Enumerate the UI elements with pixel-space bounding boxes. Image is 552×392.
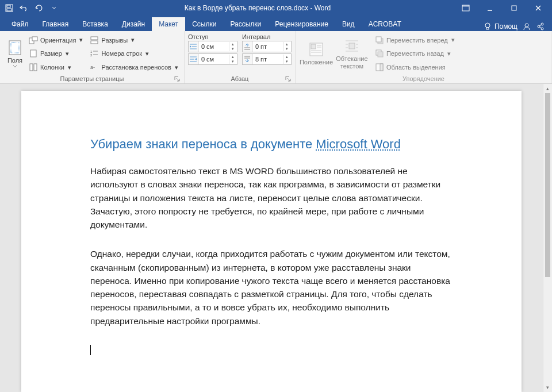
spacing-before-icon (243, 41, 253, 52)
svg-rect-42 (311, 44, 316, 49)
send-backward-button[interactable]: Переместить назад ▾ (373, 47, 457, 60)
indent-right-value: 0 см (199, 56, 229, 63)
undo-button[interactable] (17, 1, 31, 15)
close-button[interactable] (527, 1, 550, 15)
breaks-button[interactable]: Разрывы ▾ (87, 34, 180, 47)
scroll-down-button[interactable]: ▾ (543, 383, 552, 392)
scroll-thumb[interactable] (545, 93, 550, 277)
columns-icon (29, 63, 38, 72)
spacing-header: Интервал (242, 33, 292, 40)
indent-right-icon (189, 54, 199, 64)
help-label: Помощ (494, 22, 518, 30)
selection-pane-icon (375, 63, 384, 72)
text-cursor (90, 345, 91, 355)
svg-point-9 (485, 23, 490, 28)
document-paragraph-2: Однако, нередки случаи, когда приходится… (90, 247, 453, 328)
svg-rect-22 (30, 64, 33, 71)
svg-rect-55 (376, 37, 381, 42)
bring-forward-icon (375, 36, 384, 45)
line-numbers-button[interactable]: 12 Номера строк ▾ (87, 47, 180, 60)
svg-rect-4 (462, 5, 469, 7)
quick-access-toolbar (2, 1, 61, 15)
indent-left-value: 0 см (199, 43, 229, 50)
hyphenation-icon: a- (90, 63, 99, 72)
scroll-up-button[interactable]: ▴ (543, 84, 552, 93)
tab-file[interactable]: Файл (5, 17, 36, 31)
indent-right-input[interactable]: 0 см ▴▾ (188, 53, 237, 65)
line-numbers-label: Номера строк (101, 50, 142, 57)
heading-text: Убираем знаки переноса в документе (90, 137, 316, 151)
document-heading: Убираем знаки переноса в документе Micro… (90, 137, 453, 152)
group-label-arrange: Упорядочение (402, 75, 444, 82)
cursor-line (90, 344, 453, 357)
share-icon[interactable] (536, 22, 545, 31)
selection-pane-label: Область выделения (386, 64, 446, 71)
line-numbers-icon: 12 (90, 49, 99, 58)
document-paragraph-1: Набирая самостоятельно текст в MS WORD б… (90, 164, 453, 231)
redo-button[interactable] (32, 1, 46, 15)
lightbulb-icon (483, 22, 492, 31)
position-label: Положение (300, 59, 333, 66)
ribbon-display-options-button[interactable] (454, 1, 477, 15)
spacing-before-input[interactable]: 0 пт ▴▾ (242, 41, 292, 52)
position-button[interactable]: Положение (299, 33, 334, 74)
svg-rect-25 (91, 41, 98, 44)
wrap-text-button[interactable]: Обтекание текстом (334, 33, 370, 74)
group-arrange: Положение Обтекание текстом Переместить … (296, 31, 552, 83)
send-backward-label: Переместить назад (386, 50, 444, 57)
title-bar: Как в Ворде убрать перенос слов.docx - W… (0, 0, 552, 16)
svg-line-15 (540, 25, 542, 26)
svg-rect-20 (32, 37, 37, 41)
minimize-button[interactable] (478, 1, 501, 15)
send-backward-icon (375, 49, 384, 58)
orientation-button[interactable]: Ориентация ▾ (26, 34, 85, 47)
bring-forward-button[interactable]: Переместить вперед ▾ (373, 34, 457, 47)
tab-view[interactable]: Вид (335, 17, 362, 31)
document-page[interactable]: Убираем знаки переноса в документе Micro… (21, 91, 522, 392)
columns-button[interactable]: Колонки ▾ (26, 61, 85, 74)
save-button[interactable] (2, 1, 16, 15)
spacing-after-input[interactable]: 8 пт ▴▾ (242, 53, 292, 65)
svg-rect-57 (378, 52, 383, 57)
account-icon[interactable] (522, 22, 531, 31)
svg-point-11 (525, 24, 528, 27)
breaks-label: Разрывы (101, 37, 128, 44)
tab-references[interactable]: Ссылки (185, 17, 223, 31)
orientation-icon (29, 36, 38, 45)
ribbon: Поля Ориентация ▾ Размер ▾ Колонки ▾ (0, 31, 552, 84)
svg-rect-23 (34, 64, 37, 71)
spacing-after-icon (243, 54, 253, 64)
orientation-label: Ориентация (40, 37, 76, 44)
size-button[interactable]: Размер ▾ (26, 47, 85, 60)
indent-left-icon (189, 41, 199, 52)
columns-label: Колонки (40, 64, 64, 71)
margins-label: Поля (7, 57, 22, 64)
tab-mailings[interactable]: Рассылки (223, 17, 268, 31)
qat-customize-dropdown[interactable] (47, 1, 61, 15)
hyphenation-button[interactable]: a- Расстановка переносов ▾ (87, 61, 180, 74)
svg-rect-47 (349, 43, 355, 49)
vertical-scrollbar[interactable]: ▴ ▾ (543, 84, 552, 392)
indent-left-input[interactable]: 0 см ▴▾ (188, 41, 237, 52)
tell-me-help[interactable]: Помощ (483, 22, 518, 31)
paragraph-launcher[interactable] (285, 75, 292, 82)
svg-line-16 (540, 27, 542, 28)
svg-text:a-: a- (90, 64, 95, 70)
page-setup-launcher[interactable] (174, 75, 181, 82)
maximize-button[interactable] (503, 1, 526, 15)
tab-insert[interactable]: Вставка (75, 17, 115, 31)
tab-acrobat[interactable]: ACROBAT (362, 17, 408, 31)
window-controls (454, 1, 550, 15)
svg-rect-10 (486, 28, 489, 29)
tab-layout[interactable]: Макет (152, 17, 185, 31)
margins-button[interactable]: Поля (3, 33, 26, 74)
group-paragraph: Отступ 0 см ▴▾ 0 см ▴▾ Интервал 0 пт ▴▾ (185, 31, 296, 83)
group-page-setup: Поля Ориентация ▾ Размер ▾ Колонки ▾ (0, 31, 185, 83)
wrap-text-icon (344, 38, 360, 54)
spacing-after-value: 8 пт (253, 56, 283, 63)
bring-forward-label: Переместить вперед (386, 37, 448, 44)
selection-pane-button[interactable]: Область выделения (373, 61, 457, 74)
tab-home[interactable]: Главная (36, 17, 76, 31)
tab-design[interactable]: Дизайн (115, 17, 152, 31)
tab-review[interactable]: Рецензирование (268, 17, 335, 31)
